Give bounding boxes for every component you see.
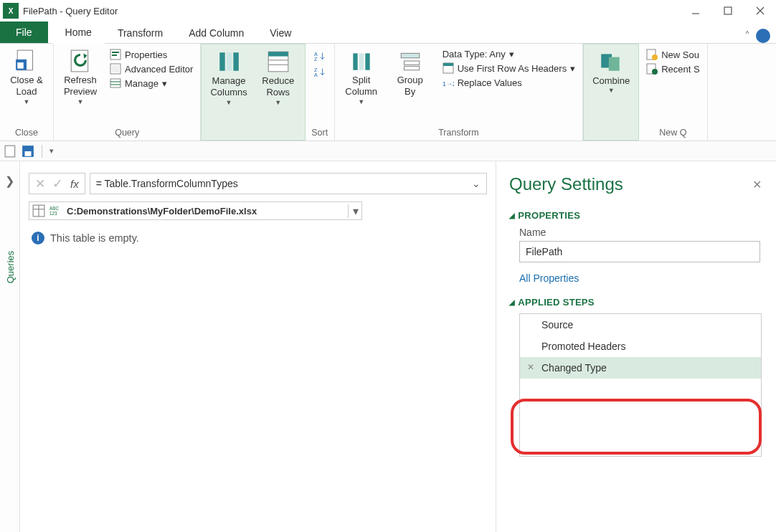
advanced-label: Advanced Editor xyxy=(125,64,193,75)
name-label: Name xyxy=(519,227,762,238)
expand-icon: ❯ xyxy=(5,174,14,188)
editor-pane: ✕ ✓ fx = Table.TransformColumnTypes ⌄ AB… xyxy=(20,161,496,532)
abc123-type-icon[interactable]: ABC123 xyxy=(49,204,62,217)
queries-pane-collapsed[interactable]: ❯ Queries xyxy=(0,161,20,532)
new-source-button[interactable]: New Sou xyxy=(643,48,702,61)
step-changed-type[interactable]: Changed Type xyxy=(520,357,761,379)
reduce-rows-button[interactable]: Reduce Rows ▼ xyxy=(256,47,301,137)
svg-rect-12 xyxy=(110,79,120,87)
qat-save-disk-icon[interactable] xyxy=(22,145,34,158)
collapse-icon: ◢ xyxy=(509,298,515,306)
data-type-label: Data Type: Any xyxy=(443,49,506,60)
refresh-preview-button[interactable]: Refresh Preview ▼ xyxy=(58,47,103,125)
tab-home[interactable]: Home xyxy=(52,22,105,44)
svg-rect-29 xyxy=(401,53,420,57)
group-new-query: New Sou Recent S New Q xyxy=(639,44,707,141)
reduce-rows-label: Reduce Rows xyxy=(262,75,294,99)
tab-file[interactable]: File xyxy=(0,22,48,43)
info-icon: i xyxy=(32,232,44,244)
manage-columns-button[interactable]: Manage Columns ▼ xyxy=(206,47,251,137)
replace-values-button[interactable]: 1→2 Replace Values xyxy=(440,76,578,89)
steps-head-label: APPLIED STEPS xyxy=(518,297,594,308)
column-filter-icon[interactable]: ▾ xyxy=(348,204,359,218)
svg-rect-27 xyxy=(359,53,364,70)
svg-rect-8 xyxy=(112,52,119,53)
close-and-load-button[interactable]: Close & Load ▼ xyxy=(4,47,49,125)
applied-steps-list: Source Promoted Headers Changed Type xyxy=(519,313,762,457)
main-area: ❯ Queries ✕ ✓ fx = Table.TransformColumn… xyxy=(0,161,776,532)
query-name-input[interactable] xyxy=(519,241,760,262)
close-button[interactable] xyxy=(744,0,776,22)
column-header-row[interactable]: ABC123 C:Demonstrations\MyFolder\DemoFil… xyxy=(29,201,362,220)
properties-label: Properties xyxy=(125,49,167,60)
combine-button[interactable]: Combine ▼ xyxy=(588,47,634,137)
svg-rect-15 xyxy=(219,52,224,71)
close-load-label: Close & Load xyxy=(10,75,43,98)
tab-view[interactable]: View xyxy=(257,23,304,43)
queries-label: Queries xyxy=(4,251,15,284)
qat-customize-icon[interactable]: ▾ xyxy=(49,146,54,156)
svg-rect-30 xyxy=(404,61,419,65)
applied-steps-header[interactable]: ◢ APPLIED STEPS xyxy=(509,297,762,308)
svg-rect-16 xyxy=(227,52,232,71)
collapse-icon: ◢ xyxy=(509,212,515,219)
data-type-button[interactable]: Data Type: Any ▾ xyxy=(440,48,578,60)
group-by-button[interactable]: Group By xyxy=(388,47,432,125)
close-settings-icon[interactable]: ✕ xyxy=(752,178,762,191)
svg-rect-28 xyxy=(365,53,369,70)
split-col-label: Split Column xyxy=(345,75,377,98)
svg-rect-41 xyxy=(5,146,15,157)
properties-head-label: PROPERTIES xyxy=(518,210,580,221)
formula-bar[interactable]: = Table.TransformColumnTypes ⌄ xyxy=(90,173,487,194)
split-column-button[interactable]: Split Column ▼ xyxy=(339,47,384,125)
group-close: Close & Load ▼ Close xyxy=(0,44,54,141)
formula-controls: ✕ ✓ fx xyxy=(29,173,85,194)
group-transform: Split Column ▼ Group By Data Type: Any ▾… xyxy=(335,44,583,141)
column-name: C:Demonstrations\MyFolder\DemoFile.xlsx xyxy=(67,206,344,217)
tab-add-column[interactable]: Add Column xyxy=(176,23,257,43)
svg-rect-9 xyxy=(112,54,117,56)
advanced-editor-button[interactable]: Advanced Editor xyxy=(107,62,196,75)
new-source-label: New Sou xyxy=(661,49,699,60)
group-combine: Combine ▼ xyxy=(583,44,639,141)
dropdown-icon: ▾ xyxy=(509,49,514,60)
manage-cols-label: Manage Columns xyxy=(210,75,247,99)
title-bar: X FilePath - Query Editor xyxy=(0,0,776,22)
svg-rect-36 xyxy=(609,57,620,71)
tab-transform[interactable]: Transform xyxy=(105,23,176,43)
dropdown-icon[interactable]: ⌄ xyxy=(472,178,481,189)
step-source[interactable]: Source xyxy=(520,314,761,336)
group-new-query-label: New Q xyxy=(643,125,702,141)
minimize-button[interactable] xyxy=(679,0,711,22)
properties-header[interactable]: ◢ PROPERTIES xyxy=(509,210,762,221)
group-transform-label: Transform xyxy=(339,125,578,141)
dropdown-icon: ▼ xyxy=(226,99,232,106)
step-promoted-headers[interactable]: Promoted Headers xyxy=(520,336,761,357)
svg-text:Z: Z xyxy=(314,57,318,62)
collapse-ribbon-icon[interactable]: ˄ xyxy=(744,29,750,43)
cancel-formula-icon[interactable]: ✕ xyxy=(35,176,45,191)
group-close-label: Close xyxy=(4,125,49,141)
manage-button[interactable]: Manage ▾ xyxy=(107,77,196,90)
maximize-button[interactable] xyxy=(711,0,744,22)
excel-icon: X xyxy=(3,3,19,19)
dropdown-icon: ▼ xyxy=(275,99,281,106)
sort-asc-button[interactable]: AZ xyxy=(313,49,327,64)
all-properties-link[interactable]: All Properties xyxy=(519,272,579,284)
help-circle-icon[interactable] xyxy=(756,29,770,43)
recent-label: Recent S xyxy=(661,64,699,75)
table-icon[interactable] xyxy=(32,204,45,217)
properties-button[interactable]: Properties xyxy=(107,48,196,61)
recent-sources-button[interactable]: Recent S xyxy=(643,62,702,75)
fx-icon[interactable]: fx xyxy=(70,178,79,190)
svg-text:123: 123 xyxy=(49,211,57,216)
accept-formula-icon[interactable]: ✓ xyxy=(52,176,63,191)
group-by-label: Group By xyxy=(397,75,423,98)
sort-desc-button[interactable]: ZA xyxy=(313,65,327,80)
svg-rect-26 xyxy=(353,53,357,70)
group-query: Refresh Preview ▼ Properties Advanced Ed… xyxy=(54,44,201,141)
first-row-headers-button[interactable]: Use First Row As Headers ▾ xyxy=(440,62,578,75)
svg-rect-31 xyxy=(404,66,419,70)
qat-save-icon[interactable] xyxy=(4,145,17,158)
first-row-label: Use First Row As Headers xyxy=(458,63,567,74)
